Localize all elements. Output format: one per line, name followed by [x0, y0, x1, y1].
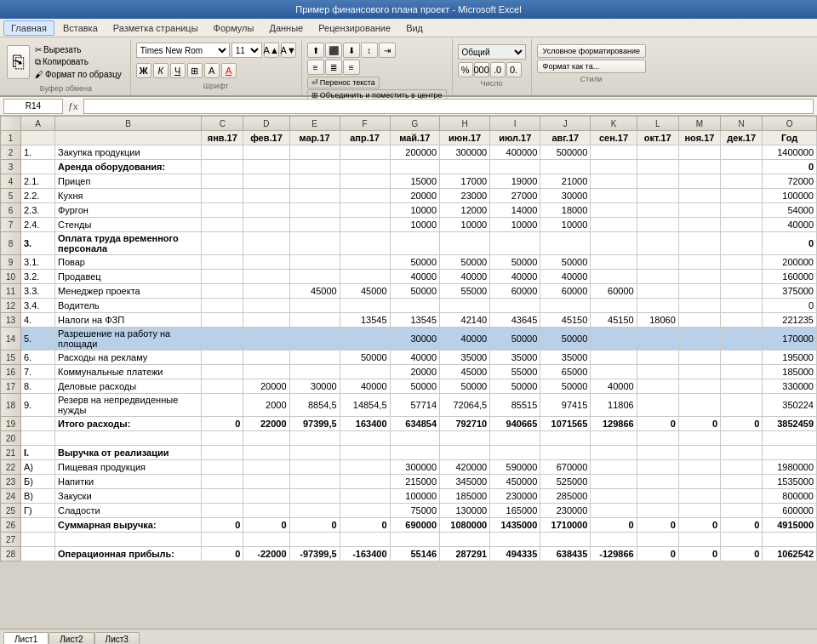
- row-header-20[interactable]: 20: [1, 431, 21, 446]
- cell-10-6[interactable]: [340, 270, 390, 284]
- cell-27-7[interactable]: [390, 533, 440, 547]
- col-header-G[interactable]: G: [390, 117, 440, 131]
- cell-12-3[interactable]: [202, 299, 243, 313]
- cell-8-14[interactable]: [721, 232, 763, 255]
- cell-11-9[interactable]: 60000: [490, 284, 540, 299]
- cell-14-3[interactable]: [202, 328, 243, 350]
- cell-15-15[interactable]: 195000: [763, 350, 817, 365]
- cell-1-10[interactable]: авг.17: [540, 131, 591, 145]
- cell-23-11[interactable]: [591, 475, 637, 489]
- cell-11-15[interactable]: 375000: [763, 284, 817, 299]
- cell-12-8[interactable]: [440, 299, 490, 313]
- cell-26-4[interactable]: 0: [243, 518, 289, 533]
- cell-11-4[interactable]: [243, 284, 289, 299]
- cell-18-15[interactable]: 350224: [763, 394, 817, 417]
- decrease-decimal-button[interactable]: 0.: [506, 62, 522, 77]
- cell-5-4[interactable]: [243, 189, 289, 203]
- cell-17-8[interactable]: 50000: [440, 379, 490, 394]
- cell-17-7[interactable]: 50000: [390, 379, 440, 394]
- cell-28-8[interactable]: 287291: [440, 547, 490, 561]
- cell-9-6[interactable]: [340, 255, 390, 270]
- cell-16-7[interactable]: 20000: [390, 365, 440, 379]
- row-header-19[interactable]: 19: [1, 417, 21, 431]
- cell-25-9[interactable]: 165000: [490, 504, 540, 518]
- row-header-10[interactable]: 10: [1, 270, 21, 284]
- cell-10-15[interactable]: 160000: [763, 270, 817, 284]
- cell-7-10[interactable]: 10000: [540, 218, 591, 232]
- cell-16-4[interactable]: [243, 365, 289, 379]
- paste-button[interactable]: ⎘: [7, 45, 30, 79]
- cell-4-1[interactable]: 2.1.: [21, 174, 55, 189]
- cell-20-14[interactable]: [721, 431, 763, 446]
- cell-6-7[interactable]: 10000: [390, 203, 440, 218]
- cell-14-12[interactable]: [637, 328, 678, 350]
- cell-4-11[interactable]: [591, 174, 637, 189]
- cell-20-4[interactable]: [243, 431, 289, 446]
- cell-20-7[interactable]: [390, 431, 440, 446]
- cell-26-11[interactable]: 0: [591, 518, 637, 533]
- wrap-text-button[interactable]: ⏎ Перенос текста: [307, 77, 380, 88]
- cell-4-10[interactable]: 21000: [540, 174, 591, 189]
- cell-19-4[interactable]: 22000: [243, 417, 289, 431]
- cell-15-5[interactable]: [289, 350, 340, 365]
- row-header-1[interactable]: 1: [1, 131, 21, 145]
- cell-28-7[interactable]: 55146: [390, 547, 440, 561]
- cell-26-5[interactable]: 0: [289, 518, 340, 533]
- cell-10-5[interactable]: [289, 270, 340, 284]
- cell-22-6[interactable]: [340, 460, 390, 475]
- cell-25-15[interactable]: 600000: [763, 504, 817, 518]
- cell-24-3[interactable]: [202, 489, 243, 504]
- cell-8-1[interactable]: 3.: [21, 232, 55, 255]
- cell-25-10[interactable]: 230000: [540, 504, 591, 518]
- cell-10-7[interactable]: 40000: [390, 270, 440, 284]
- cell-5-6[interactable]: [340, 189, 390, 203]
- name-box[interactable]: [3, 99, 63, 114]
- cell-28-3[interactable]: 0: [202, 547, 243, 561]
- cell-23-6[interactable]: [340, 475, 390, 489]
- cell-17-11[interactable]: 40000: [591, 379, 637, 394]
- cell-8-11[interactable]: [591, 232, 637, 255]
- cell-5-12[interactable]: [637, 189, 678, 203]
- cell-22-10[interactable]: 670000: [540, 460, 591, 475]
- cell-1-15[interactable]: Год: [763, 131, 817, 145]
- cell-3-8[interactable]: [440, 160, 490, 174]
- italic-button[interactable]: К: [153, 63, 169, 78]
- cell-7-5[interactable]: [289, 218, 340, 232]
- cut-button[interactable]: ✂ Вырезать: [31, 44, 125, 55]
- cell-27-6[interactable]: [340, 533, 390, 547]
- cell-2-3[interactable]: [202, 145, 243, 160]
- row-header-16[interactable]: 16: [1, 365, 21, 379]
- cell-6-11[interactable]: [591, 203, 637, 218]
- cell-21-8[interactable]: [440, 446, 490, 460]
- cell-27-8[interactable]: [440, 533, 490, 547]
- cell-26-6[interactable]: 0: [340, 518, 390, 533]
- cell-18-12[interactable]: [637, 394, 678, 417]
- cell-20-10[interactable]: [540, 431, 591, 446]
- cell-26-10[interactable]: 1710000: [540, 518, 591, 533]
- cell-27-4[interactable]: [243, 533, 289, 547]
- cell-16-10[interactable]: 65000: [540, 365, 591, 379]
- font-family-select[interactable]: Times New Rom: [136, 43, 230, 58]
- cell-24-12[interactable]: [637, 489, 678, 504]
- cell-12-2[interactable]: Водитель: [55, 299, 202, 313]
- thousands-button[interactable]: 000: [474, 62, 489, 77]
- text-direction-button[interactable]: ↕: [361, 43, 378, 58]
- row-header-5[interactable]: 5: [1, 189, 21, 203]
- row-header-3[interactable]: 3: [1, 160, 21, 174]
- sheet-tab-3[interactable]: Лист3: [94, 632, 140, 644]
- cell-19-2[interactable]: Итого расходы:: [55, 417, 202, 431]
- cell-10-4[interactable]: [243, 270, 289, 284]
- cell-18-11[interactable]: 11806: [591, 394, 637, 417]
- cell-27-5[interactable]: [289, 533, 340, 547]
- cell-10-11[interactable]: [591, 270, 637, 284]
- cell-16-12[interactable]: [637, 365, 678, 379]
- col-header-D[interactable]: D: [243, 117, 289, 131]
- cell-25-7[interactable]: 75000: [390, 504, 440, 518]
- menu-item-view[interactable]: Вид: [399, 21, 430, 35]
- cell-16-3[interactable]: [202, 365, 243, 379]
- cell-7-8[interactable]: 10000: [440, 218, 490, 232]
- cell-7-12[interactable]: [637, 218, 678, 232]
- cell-12-4[interactable]: [243, 299, 289, 313]
- cell-2-14[interactable]: [721, 145, 763, 160]
- spreadsheet-container[interactable]: A B C D E F G H I J K L M N O 1янв.17фев…: [0, 116, 817, 629]
